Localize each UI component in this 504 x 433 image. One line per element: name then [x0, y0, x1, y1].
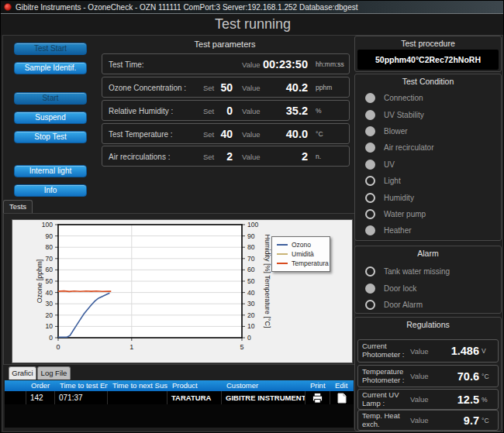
chart-panel: 0010102020303040405050606070708080909010… [12, 219, 353, 363]
condition-water-pump: Water pump [355, 206, 501, 222]
print-button[interactable] [306, 391, 330, 404]
svg-text:Humidity [%] Temperature [°C]: Humidity [%] Temperature [°C] [264, 235, 271, 328]
condition-label: UV [384, 160, 395, 169]
order-cell: 142 [26, 391, 55, 404]
header-selector [5, 380, 26, 391]
header-edit: Edit [330, 380, 354, 391]
status-light-icon [365, 160, 375, 170]
alarm-section: Alarm Tank water missing Door lock Door … [354, 246, 502, 314]
svg-text:70: 70 [46, 255, 54, 263]
reg-label: Temperature Photometer : [362, 368, 410, 385]
value-label: Value [410, 347, 437, 356]
regulations-section: Regulations Current Photometer : Value 1… [354, 317, 502, 431]
svg-text:80: 80 [247, 243, 255, 251]
param-value: 40.0 [286, 128, 308, 140]
test-parameters-title: Test parameters [100, 40, 350, 49]
alarm-door-lock: Door lock [355, 280, 501, 297]
param-unit: % [316, 107, 322, 115]
alarm-label: Tank water missing [384, 267, 450, 276]
svg-text:80: 80 [46, 243, 54, 251]
legend-entry-umidita: Umidità [277, 249, 325, 259]
legend-entry-ozono: Ozono [277, 240, 325, 249]
header-order: Order [26, 380, 55, 391]
status-light-icon [365, 126, 375, 136]
reg-row-temperature-photometer: Temperature Photometer : Value 70.6 °C [357, 365, 499, 387]
param-value: 40.2 [286, 81, 308, 94]
status-light-icon [365, 300, 375, 310]
alarm-door-alarm: Door Alarm [355, 297, 501, 314]
param-row-humidity: Relative Humidity : Set 0 Value 35.2 % [102, 100, 350, 121]
param-row-ozone: Ozone Concentration : Set 50 Value 40.2 … [102, 77, 350, 98]
value-label: Value [242, 83, 261, 91]
edit-button[interactable] [330, 391, 354, 404]
alarm-label: Door lock [384, 284, 416, 293]
reg-unit: °C [482, 373, 494, 380]
info-button[interactable]: Info [14, 184, 87, 197]
suspend-button[interactable]: Suspend [14, 112, 87, 124]
svg-text:0: 0 [49, 334, 53, 342]
status-light-icon [365, 209, 375, 219]
condition-label: UV Stability [384, 111, 424, 119]
set-label: Set [203, 106, 214, 115]
svg-text:0: 0 [247, 334, 251, 342]
condition-label: Humidity [384, 194, 414, 202]
status-light-icon [365, 176, 375, 186]
condition-label: Heather [384, 226, 412, 235]
reg-value: 70.6 [437, 370, 482, 383]
test-condition-section: Test Condition Connection UV Stability B… [354, 74, 502, 241]
status-heading: Test running [1, 16, 504, 33]
start-button[interactable]: Start [14, 92, 87, 105]
svg-text:10: 10 [46, 322, 54, 330]
svg-text:60: 60 [46, 266, 54, 273]
header-product: Product [167, 380, 222, 391]
reg-unit: °C [482, 417, 494, 424]
condition-light: Light [355, 173, 501, 189]
set-label: Set [203, 83, 214, 91]
header-time-to-test-end: Time to test End [55, 380, 108, 391]
param-unit: °C [316, 130, 323, 138]
svg-text:20: 20 [46, 311, 54, 319]
reg-label: Current UV Lamp : [362, 391, 410, 408]
status-light-icon [365, 225, 375, 235]
value-label: Value [410, 416, 437, 424]
svg-text:60: 60 [247, 266, 255, 273]
value-label: Value [242, 129, 261, 138]
condition-uv-stability: UV Stability [355, 106, 501, 122]
chart-legend: Ozono Umidità Temperatura [271, 236, 330, 272]
product-cell: TARATURA [167, 391, 222, 404]
alarm-title: Alarm [355, 246, 501, 258]
reg-row-current-photometer: Current Photometer : Value 1.486 V [357, 339, 499, 363]
reg-value: 1.486 [437, 345, 482, 357]
row-selector-cell [5, 391, 26, 404]
window-title: Gibitre Instruments - OzoneCheck - OZN 1… [16, 3, 358, 12]
status-light-icon [365, 93, 375, 103]
condition-blower: Blower [355, 123, 501, 139]
condition-label: Air recirculator [384, 143, 433, 152]
value-label: Value [410, 372, 437, 380]
value-label: Value [242, 106, 261, 115]
tab-log-file[interactable]: Log File [37, 366, 71, 380]
legend-label: Temperatura [292, 259, 329, 267]
legend-line-swatch [277, 244, 288, 246]
param-label: Test Temperature : [109, 129, 173, 138]
tab-grafici[interactable]: Grafici [9, 366, 36, 380]
header-time-to-next-susp: Time to next Susp. [108, 380, 167, 391]
svg-text:0: 0 [56, 343, 60, 351]
param-value: 2 [302, 150, 308, 163]
test-start-button[interactable]: Test Start [14, 43, 87, 55]
sample-identif-button[interactable]: Sample Identif. [14, 62, 87, 74]
value-label: Value [410, 395, 437, 404]
reg-unit: V [482, 347, 494, 355]
reg-row-current-uv-lamp: Current UV Lamp : Value 12.5 % [357, 389, 499, 410]
stop-test-button[interactable]: Stop Test [14, 131, 87, 143]
svg-text:100: 100 [247, 221, 258, 229]
tab-tests[interactable]: Tests [3, 200, 33, 213]
time-to-test-end-cell: 071:37 [55, 391, 108, 404]
set-label: Set [203, 129, 214, 138]
condition-label: Water pump [384, 210, 426, 218]
param-row-recirculations: Air recirculations : Set 2 Value 2 n. [102, 146, 350, 167]
reg-row-temp-heat-exch: Temp. Heat exch. Value 9.7 °C [357, 410, 499, 431]
table-row[interactable]: 142 071:37 TARATURA GIBITRE INSTRUMENTS … [5, 391, 354, 404]
internal-light-button[interactable]: Internal light [14, 165, 87, 177]
legend-label: Ozono [292, 241, 311, 249]
